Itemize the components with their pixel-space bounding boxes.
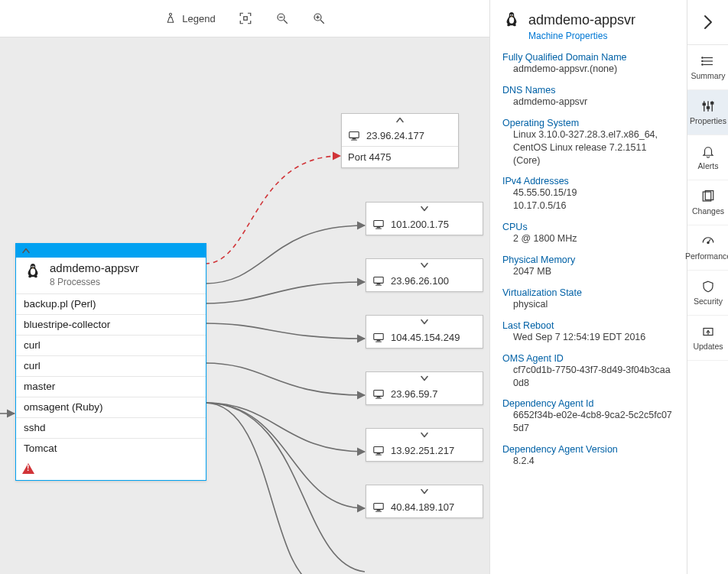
process-item[interactable]: curl: [16, 355, 206, 376]
node-toggle[interactable]: [366, 203, 483, 216]
chevron-up-icon: [22, 247, 30, 255]
prop-val-ipv4-2: 10.17.0.5/16: [513, 199, 674, 212]
monitor-icon: [372, 389, 385, 400]
remote-node-0[interactable]: 23.96.24.177 Port 4475: [341, 113, 459, 168]
ip-address: 23.96.24.177: [366, 130, 424, 141]
details-title: admdemo-appsvr: [502, 11, 674, 29]
remote-node-3[interactable]: 104.45.154.249: [366, 315, 483, 349]
node-toggle[interactable]: [366, 429, 483, 442]
prop-key-dep-id: Dependency Agent Id: [502, 398, 674, 409]
prop-val-mem: 2047 MB: [513, 265, 674, 278]
process-item[interactable]: master: [16, 376, 206, 397]
prop-val-reboot: Wed Sep 7 12:54:19 EDT 2016: [513, 331, 674, 344]
tab-summary[interactable]: Summary: [687, 45, 728, 90]
prop-val-fqdn: admdemo-appsvr.(none): [513, 63, 674, 76]
chevron-down-icon: [421, 261, 428, 269]
tab-performance[interactable]: Performance: [687, 225, 728, 271]
prop-key-cpu: CPUs: [502, 222, 674, 232]
svg-line-15: [320, 20, 324, 24]
node-toggle[interactable]: [366, 372, 483, 385]
svg-point-33: [707, 242, 709, 243]
machine-properties-panel: admdemo-appsvr Machine Properties Fully …: [489, 0, 687, 574]
sliders-icon: [700, 99, 716, 113]
ip-address: 23.96.26.100: [391, 275, 449, 287]
svg-point-22: [702, 60, 704, 62]
chevron-down-icon: [421, 205, 428, 212]
prop-val-os: Linux 3.10.0-327.28.3.el7.x86_64, CentOS…: [513, 128, 674, 167]
tab-updates[interactable]: Updates: [687, 316, 728, 361]
tab-properties[interactable]: Properties: [687, 90, 728, 135]
prop-key-mem: Physical Memory: [502, 255, 674, 265]
node-title: admdemo-appsvr: [50, 262, 139, 275]
chevron-down-icon: [421, 431, 428, 439]
svg-rect-27: [703, 103, 705, 105]
prop-key-dns: DNS Names: [502, 85, 674, 96]
process-item[interactable]: bluestripe-collector: [16, 314, 206, 335]
prop-val-dep-id: 6652f34b-e02e-4cb8-9ca2-5c2c5fc075d7: [513, 409, 674, 435]
gauge-icon: [700, 235, 716, 248]
chevron-down-icon: [421, 375, 428, 382]
legend-label: Legend: [182, 13, 215, 24]
bell-icon: [700, 144, 716, 158]
remote-node-5[interactable]: 13.92.251.217: [366, 428, 483, 462]
details-subtitle: Machine Properties: [528, 31, 674, 41]
ip-address: 104.45.154.249: [391, 332, 460, 343]
ip-address: 40.84.189.107: [391, 501, 454, 513]
node-toggle[interactable]: [366, 485, 483, 498]
chevron-up-icon: [396, 116, 404, 124]
monitor-icon: [372, 219, 385, 230]
node-toggle[interactable]: [366, 259, 483, 272]
zoom-in-button[interactable]: [307, 8, 330, 28]
process-item[interactable]: backup.pl (Perl): [16, 293, 206, 314]
node-header[interactable]: [16, 244, 206, 258]
legend-button[interactable]: Legend: [159, 8, 219, 28]
node-toggle[interactable]: [366, 316, 483, 329]
prop-key-ipv4: IPv4 Addresses: [502, 176, 674, 186]
warning-icon[interactable]: [22, 463, 34, 474]
diff-icon: [700, 190, 716, 203]
prop-key-fqdn: Fully Qualified Domain Name: [502, 52, 674, 63]
svg-rect-10: [243, 17, 247, 21]
process-item[interactable]: omsagent (Ruby): [16, 397, 206, 417]
ip-address: 13.92.251.217: [391, 445, 454, 456]
remote-node-6[interactable]: 40.84.189.107: [366, 485, 483, 518]
svg-line-12: [284, 20, 288, 24]
node-toggle[interactable]: [342, 114, 458, 127]
zoom-out-button[interactable]: [271, 8, 294, 28]
tux-icon: [24, 262, 42, 281]
fit-to-screen-button[interactable]: [234, 8, 257, 28]
tab-alerts[interactable]: Alerts: [687, 135, 728, 180]
monitor-icon: [372, 276, 385, 287]
monitor-icon: [348, 131, 360, 141]
process-item[interactable]: sshd: [16, 417, 206, 438]
prop-val-dep-ver: 8.2.4: [513, 455, 674, 468]
remote-node-2[interactable]: 23.96.26.100: [366, 258, 483, 292]
update-icon: [700, 325, 716, 339]
ip-address: 101.200.1.75: [391, 219, 449, 230]
process-item[interactable]: curl: [16, 335, 206, 355]
port-row[interactable]: Port 4475: [342, 146, 458, 167]
prop-val-ipv4-1: 45.55.50.15/19: [513, 186, 674, 199]
chevron-down-icon: [421, 318, 428, 326]
chevron-right-icon: [703, 14, 713, 31]
svg-point-23: [702, 64, 704, 66]
side-tabs: Summary Properties Alerts Changes Perfor…: [687, 0, 728, 574]
prop-key-dep-ver: Dependency Agent Version: [502, 444, 674, 455]
monitor-icon: [372, 446, 385, 456]
tab-changes[interactable]: Changes: [687, 180, 728, 225]
dependency-map-canvas[interactable]: admdemo-appsvr 8 Processes backup.pl (Pe…: [0, 37, 489, 574]
collapse-panel-button[interactable]: [687, 0, 728, 45]
remote-node-4[interactable]: 23.96.59.7: [366, 371, 483, 405]
prop-key-os: Operating System: [502, 118, 674, 128]
svg-point-21: [702, 57, 704, 59]
list-icon: [700, 54, 716, 68]
toolbar: Legend: [0, 0, 489, 37]
prop-key-reboot: Last Reboot: [502, 320, 674, 331]
machine-node-admdemo-appsvr[interactable]: admdemo-appsvr 8 Processes backup.pl (Pe…: [15, 243, 206, 481]
remote-node-1[interactable]: 101.200.1.75: [366, 202, 483, 235]
tux-icon: [502, 11, 521, 29]
tab-security[interactable]: Security: [687, 271, 728, 316]
process-item[interactable]: Tomcat: [16, 438, 206, 459]
prop-key-virt: Virtualization State: [502, 287, 674, 298]
prop-val-virt: physical: [513, 298, 674, 311]
